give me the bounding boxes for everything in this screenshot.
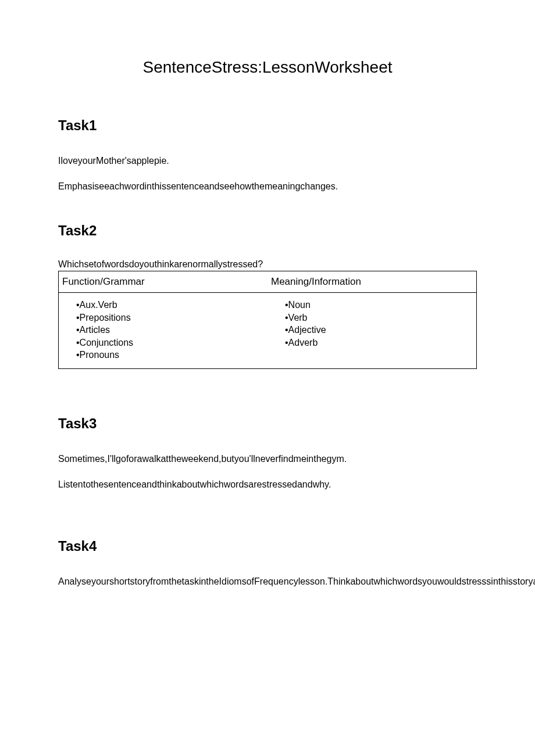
list-item: •Prepositions <box>76 311 264 324</box>
list-item: •Adjective <box>285 324 473 336</box>
list-item: •Conjunctions <box>76 336 264 349</box>
table-header-row: Function/Grammar Meaning/Information <box>59 271 476 293</box>
task1-sentence: IloveyourMother'sapplepie. <box>58 154 477 168</box>
list-item: •Aux.Verb <box>76 299 264 311</box>
task4-instruction: AnalyseyourshortstoryfromthetaskintheIdi… <box>58 575 477 589</box>
list-item: •Verb <box>285 311 473 324</box>
col2-header: Meaning/Information <box>268 271 476 292</box>
task3-heading: Task3 <box>58 415 477 432</box>
col2-body: •Noun •Verb •Adjective •Adverb <box>268 293 476 368</box>
task2-table: Function/Grammar Meaning/Information •Au… <box>58 271 477 369</box>
list-item: •Pronouns <box>76 349 264 361</box>
task1-instruction: Emphasiseeachwordinthissentenceandseehow… <box>58 180 477 194</box>
list-item: •Noun <box>285 299 473 311</box>
task2-question: Whichsetofwordsdoyouthinkarenormallystre… <box>58 259 477 270</box>
col1-header: Function/Grammar <box>59 271 268 292</box>
task3-instruction: Listentothesentenceandthinkaboutwhichwor… <box>58 478 477 492</box>
col1-body: •Aux.Verb •Prepositions •Articles •Conju… <box>59 293 268 368</box>
task1-heading: Task1 <box>58 117 477 134</box>
list-item: •Adverb <box>285 336 473 349</box>
list-item: •Articles <box>76 324 264 336</box>
task3-sentence: Sometimes,I'llgoforawalkattheweekend,but… <box>58 452 477 466</box>
task2-heading: Task2 <box>58 223 477 239</box>
table-body-row: •Aux.Verb •Prepositions •Articles •Conju… <box>59 293 476 368</box>
task2-section: Whichsetofwordsdoyouthinkarenormallystre… <box>58 259 477 369</box>
document-title: SentenceStress:LessonWorksheet <box>58 58 477 77</box>
task4-heading: Task4 <box>58 538 477 554</box>
